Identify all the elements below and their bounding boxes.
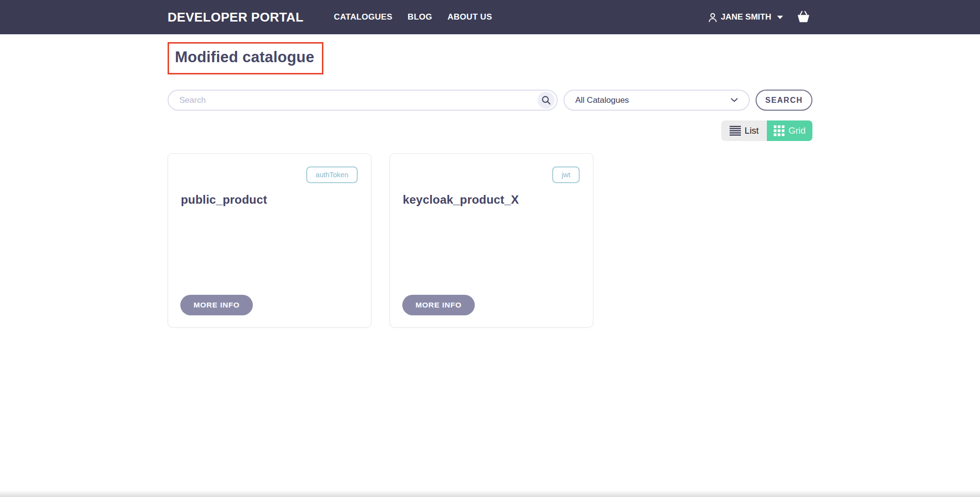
search-input[interactable] xyxy=(169,91,527,110)
more-info-button[interactable]: MORE INFO xyxy=(180,295,253,315)
more-info-button[interactable]: MORE INFO xyxy=(402,295,475,315)
nav-item-catalogues[interactable]: CATALOGUES xyxy=(334,12,392,22)
basket-button[interactable] xyxy=(795,10,812,24)
user-name: JANE SMITH xyxy=(721,12,771,22)
catalogue-filter-select[interactable]: All Catalogues xyxy=(564,90,750,111)
brand-logo[interactable]: DEVELOPER PORTAL xyxy=(168,10,303,25)
list-icon xyxy=(730,125,741,136)
grid-icon xyxy=(774,125,784,136)
main-nav: CATALOGUES BLOG ABOUT US xyxy=(334,12,492,22)
search-icon-button[interactable] xyxy=(538,92,555,109)
search-bar: All Catalogues SEARCH xyxy=(168,90,812,111)
nav-item-about-us[interactable]: ABOUT US xyxy=(447,12,492,22)
view-toggle-grid-label: Grid xyxy=(788,125,806,136)
product-name: public_product xyxy=(181,193,267,207)
product-card: authToken public_product MORE INFO xyxy=(168,153,371,328)
title-highlight-box: Modified catalogue xyxy=(168,42,323,74)
product-tag-badge: authToken xyxy=(306,166,358,183)
product-tag-badge: jwt xyxy=(552,166,580,183)
top-navbar: DEVELOPER PORTAL CATALOGUES BLOG ABOUT U… xyxy=(0,0,980,34)
page-title: Modified catalogue xyxy=(175,48,314,66)
person-icon xyxy=(708,12,718,23)
view-toggle-grid[interactable]: Grid xyxy=(767,120,812,141)
catalogue-filter-value: All Catalogues xyxy=(575,95,629,105)
basket-icon xyxy=(795,10,812,24)
view-toggle: List Grid xyxy=(168,120,812,141)
chevron-down-icon xyxy=(777,16,783,19)
product-card: jwt keycloak_product_X MORE INFO xyxy=(390,153,593,328)
view-toggle-list-label: List xyxy=(745,125,759,136)
main-content: Modified catalogue All Catalogues SEARCH xyxy=(168,34,812,328)
search-icon xyxy=(541,95,551,105)
product-grid: authToken public_product MORE INFO jwt k… xyxy=(168,153,812,328)
view-toggle-list[interactable]: List xyxy=(721,120,767,141)
search-button[interactable]: SEARCH xyxy=(756,90,812,111)
search-field xyxy=(168,90,558,111)
bottom-shadow xyxy=(0,490,980,497)
nav-item-blog[interactable]: BLOG xyxy=(408,12,432,22)
chevron-down-icon xyxy=(731,98,738,102)
user-menu[interactable]: JANE SMITH xyxy=(708,12,783,23)
product-name: keycloak_product_X xyxy=(403,193,519,207)
